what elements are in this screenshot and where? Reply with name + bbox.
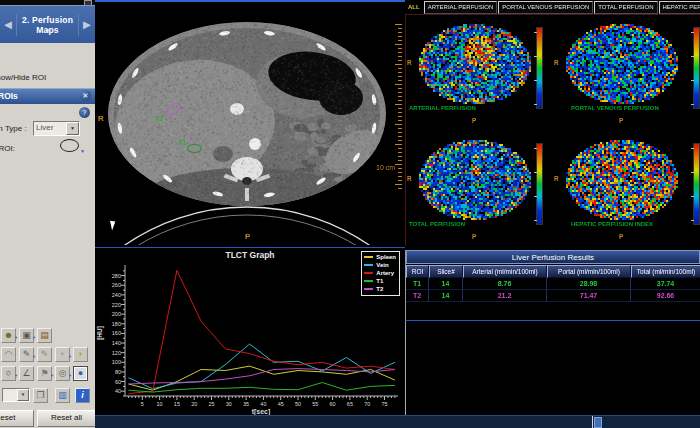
series-t1 — [129, 383, 395, 393]
svg-text:20: 20 — [191, 401, 197, 407]
copy-layout-icon[interactable]: ❐ — [33, 388, 48, 403]
dropdown-arrow-icon[interactable]: ▼ — [14, 332, 18, 344]
colorbar-tick — [691, 220, 694, 221]
tab-all[interactable]: ALL — [405, 1, 423, 12]
dropdown-arrow-icon[interactable]: ▼ — [68, 370, 72, 382]
orientation-right-label: R — [554, 175, 559, 182]
tab-hepatic-perfusion-index[interactable]: HEPATIC PERFUSION INDEX — [659, 1, 700, 14]
perfusion-map-arterial[interactable] — [415, 20, 533, 106]
grid-layout-icon[interactable]: ▥ — [55, 388, 70, 403]
column-header-3: Portal (ml/min/100ml) — [547, 265, 631, 278]
tissue-roi-dropdown-icon[interactable]: ▼ — [80, 148, 85, 154]
combo-arrow-icon[interactable]: ▼ — [66, 122, 79, 135]
results-table-title: Liver Perfusion Results — [406, 250, 700, 264]
svg-text:60: 60 — [330, 401, 336, 407]
colorbar-arterial — [536, 27, 543, 109]
bean-roi-icon[interactable]: ◗ — [73, 347, 88, 362]
splitter-grip[interactable] — [594, 417, 602, 428]
svg-text:45: 45 — [278, 401, 284, 407]
map-cell-hepatic: RHEPATIC PERFUSION INDEXP — [553, 131, 700, 247]
dropdown-arrow-icon[interactable]: ▼ — [32, 351, 36, 363]
ct-axial-viewport[interactable]: R P 10 cm T2 T1 — [95, 0, 405, 247]
cell-roi: T2 — [406, 290, 429, 302]
seed-point-icon[interactable]: +▼ — [55, 347, 70, 362]
circle-roi-icon[interactable]: ○▼ — [1, 366, 16, 381]
legend-entry-vein: Vein — [364, 261, 396, 269]
perfusion-map-portal[interactable] — [562, 20, 680, 106]
app-root: ◄ 2. Perfusion Maps ▼ ► Show/Hide ROI RO… — [0, 0, 700, 428]
colorbar-tick — [691, 56, 694, 57]
colorbar-tick — [534, 196, 537, 197]
protocol-user-icon[interactable]: ☻▼ — [1, 328, 16, 343]
reset-button[interactable]: Reset — [0, 410, 34, 427]
colorbar-tick — [534, 220, 537, 221]
map-cell-total: RTOTAL PERFUSIONP — [406, 131, 553, 247]
tool-preset-select[interactable]: ▼ — [2, 388, 30, 402]
reset-all-button[interactable]: Reset all — [37, 410, 95, 427]
legend-entry-artery: Artery — [364, 269, 396, 277]
tab-total-perfusion[interactable]: TOTAL PERFUSION — [594, 1, 657, 14]
dropdown-arrow-icon[interactable]: ▼ — [50, 370, 54, 382]
tab-arterial-perfusion[interactable]: ARTERIAL PERFUSION — [424, 1, 498, 14]
dropdown-arrow-icon[interactable]: ▼ — [32, 332, 36, 344]
colorbar-hepatic — [693, 143, 700, 225]
show-hide-roi-label[interactable]: Show/Hide ROI — [0, 73, 95, 82]
combo-arrow-icon[interactable]: ▼ — [17, 389, 29, 401]
report-notebook-icon[interactable]: ▤ — [37, 328, 52, 343]
colorbar-tick — [691, 172, 694, 173]
ct-image[interactable] — [95, 2, 403, 245]
tooth-roi-icon[interactable]: ◠ — [1, 347, 16, 362]
dropdown-arrow-icon[interactable]: ▼ — [14, 370, 18, 382]
bottom-status-strip — [95, 415, 700, 428]
rois-close-button[interactable]: ✕ — [80, 90, 91, 101]
strip-divider — [592, 416, 593, 428]
legend-entry-t2: T2 — [364, 285, 396, 293]
angle-measure-icon[interactable]: ∠ — [19, 366, 34, 381]
perfusion-maps-panel: ALLARTERIAL PERFUSIONPORTAL VENOUS PERFU… — [405, 0, 700, 415]
svg-text:70: 70 — [364, 401, 370, 407]
freehand-draw-icon[interactable]: ✎▼ — [19, 347, 34, 362]
colorbar-tick — [691, 32, 694, 33]
colorbar-tick — [534, 172, 537, 173]
orientation-posterior-label: P — [619, 233, 623, 240]
perfusion-map-hepatic[interactable] — [562, 136, 680, 222]
colorbar-tick — [691, 104, 694, 105]
table-row-t1[interactable]: T1148.7628.9837.74 — [406, 278, 700, 290]
table-row-t2[interactable]: T21421.271.4792.66 — [406, 290, 700, 302]
svg-text:160: 160 — [112, 330, 121, 336]
series-t2 — [129, 369, 395, 384]
ellipse-roi-tool-icon[interactable]: ● — [73, 366, 88, 381]
cell-roi: T1 — [406, 278, 429, 290]
flag-annotation-icon[interactable]: ⚑▼ — [37, 366, 52, 381]
svg-text:35: 35 — [243, 401, 249, 407]
previous-step-button[interactable]: ◄ — [0, 14, 17, 36]
orientation-posterior-label: P — [472, 117, 476, 124]
info-icon[interactable]: i — [75, 388, 90, 403]
roi-ellipse-t1[interactable] — [187, 144, 202, 153]
svg-text:5: 5 — [141, 401, 144, 407]
copy-series-icon[interactable]: ▣▼ — [19, 328, 34, 343]
rois-help-button[interactable]: ? — [79, 107, 90, 118]
magnify-roi-icon[interactable]: ◎▼ — [55, 366, 70, 381]
tissue-roi-ellipse-tool[interactable] — [60, 139, 79, 152]
time-density-chart[interactable]: 4060801001201401601802002202402602805101… — [95, 248, 405, 415]
perfusion-type-select[interactable]: Liver ▼ — [33, 121, 80, 136]
orientation-right-label: R — [554, 59, 559, 66]
svg-text:180: 180 — [112, 321, 121, 327]
svg-text:40: 40 — [260, 401, 266, 407]
colorbar-portal — [693, 27, 700, 109]
dropdown-arrow-icon[interactable]: ▼ — [68, 351, 72, 363]
chevron-down-icon[interactable]: ▼ — [17, 28, 78, 34]
legend-name: Spleen — [376, 254, 396, 260]
tab-portal-venous-perfusion[interactable]: PORTAL VENOUS PERFUSION — [498, 1, 593, 14]
scale-label: 10 cm — [376, 164, 395, 171]
legend-name: T1 — [376, 278, 383, 284]
next-step-button[interactable]: ► — [78, 14, 95, 36]
legend-entry-t1: T1 — [364, 277, 396, 285]
svg-text:80: 80 — [115, 369, 121, 375]
column-header-1: Slice# — [429, 265, 463, 278]
pencil-roi-icon[interactable]: ✎ — [37, 347, 52, 362]
perfusion-map-total[interactable] — [415, 136, 533, 222]
svg-text:75: 75 — [381, 401, 387, 407]
tissue-roi-label: Tissue ROI: — [0, 144, 15, 153]
